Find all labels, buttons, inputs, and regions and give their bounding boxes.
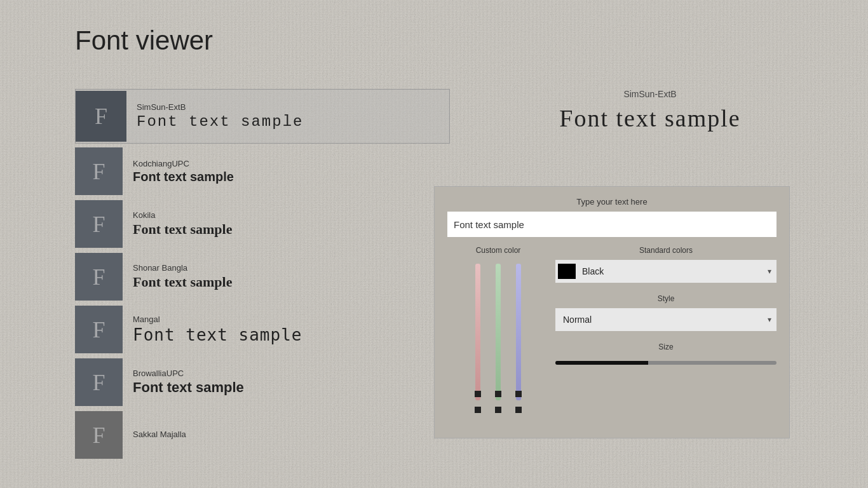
font-icon-letter: F [92,211,105,238]
font-icon-letter: F [92,316,105,343]
font-sample-text: Font text sample [133,170,234,184]
color-dropdown-wrapper: Black White Red Green Blue ▾ [555,260,776,283]
font-icon-letter: F [92,369,105,396]
font-list-item-kokila[interactable]: F Kokila Font text sample [75,199,450,249]
font-icon-letter: F [92,422,105,449]
red-slider-dot [475,407,481,413]
font-info: KodchiangUPC Font text sample [123,159,234,184]
font-list-item-kodchiang[interactable]: F KodchiangUPC Font text sample [75,146,450,196]
font-icon-box: F [76,91,126,142]
font-icon-letter: F [92,158,105,185]
font-list-item-browalia[interactable]: F BrowalliaUPC Font text sample [75,357,450,407]
font-text-input[interactable] [447,212,776,237]
preview-sample-text: Font text sample [445,104,855,132]
red-slider-col [475,264,481,421]
style-label: Style [555,294,776,303]
preview-panel: SimSun-ExtB Font text sample [445,89,855,145]
preview-font-name: SimSun-ExtB [445,89,855,99]
green-slider-thumb [495,391,501,397]
green-slider-col [495,264,501,421]
font-name-label: Sakkal Majalla [133,430,186,439]
font-icon-box: F [75,253,123,301]
font-icon-box: F [75,147,123,195]
font-info: Mangal Font text sample [123,315,302,344]
blue-slider-track[interactable] [516,264,521,400]
text-input-label: Type your text here [447,197,776,207]
font-list-item-mangal[interactable]: F Mangal Font text sample [75,304,450,355]
font-name-label: BrowalliaUPC [133,369,244,378]
green-slider-track[interactable] [496,264,501,400]
font-sample-text: Font text sample [137,113,303,130]
font-sample-text: Font text sample [133,325,302,344]
blue-slider-col [515,264,522,421]
font-info: BrowalliaUPC Font text sample [123,369,244,396]
font-icon-letter: F [92,264,105,290]
font-sample-text: Font text sample [133,379,244,396]
font-icon-box: F [75,411,123,459]
font-icon-letter: F [95,103,107,130]
font-name-label: Kokila [133,210,232,220]
font-name-label: Shonar Bangla [133,263,232,273]
right-controls: Standard colors Black White Red Green Bl… [555,246,776,369]
font-sample-text: Font text sample [133,274,232,290]
font-icon-box: F [75,200,123,248]
font-info: Shonar Bangla Font text sample [123,263,232,290]
blue-slider-dot [515,407,522,413]
font-info: SimSun-ExtB Font text sample [126,102,303,130]
app-title: Font viewer [75,25,213,56]
standard-colors-label: Standard colors [555,246,776,255]
color-sliders-area [447,260,549,425]
size-section: Size [555,342,776,369]
size-label: Size [555,342,776,351]
font-list: F SimSun-ExtB Font text sample F Kodchia… [75,89,450,460]
font-list-item-sakkal[interactable]: F Sakkal Majalla [75,410,450,460]
font-sample-text: Font text sample [133,221,232,238]
font-list-item-simsun[interactable]: F SimSun-ExtB Font text sample [75,89,450,144]
red-slider-track[interactable] [475,264,480,400]
font-info: Sakkal Majalla [123,430,186,440]
green-slider-dot [495,407,501,413]
standard-colors-section: Standard colors Black White Red Green Bl… [555,246,776,283]
blue-slider-thumb [515,391,522,397]
custom-color-label: Custom color [447,246,549,255]
style-select[interactable]: Normal Bold Italic Bold Italic [555,308,776,331]
custom-color-section: Custom color [447,246,549,425]
font-name-label: SimSun-ExtB [137,102,303,112]
style-section: Style Normal Bold Italic Bold Italic ▾ [555,294,776,331]
red-slider-thumb [475,391,481,397]
color-select[interactable]: Black White Red Green Blue [555,260,776,283]
size-slider-wrapper [555,356,776,369]
font-icon-box: F [75,306,123,353]
font-list-item-shonar[interactable]: F Shonar Bangla Font text sample [75,252,450,302]
style-dropdown-wrapper: Normal Bold Italic Bold Italic ▾ [555,308,776,331]
control-panel: Type your text here Custom color [434,186,790,438]
font-icon-box: F [75,358,123,406]
font-name-label: Mangal [133,315,302,324]
font-name-label: KodchiangUPC [133,159,234,168]
font-info: Kokila Font text sample [123,210,232,238]
